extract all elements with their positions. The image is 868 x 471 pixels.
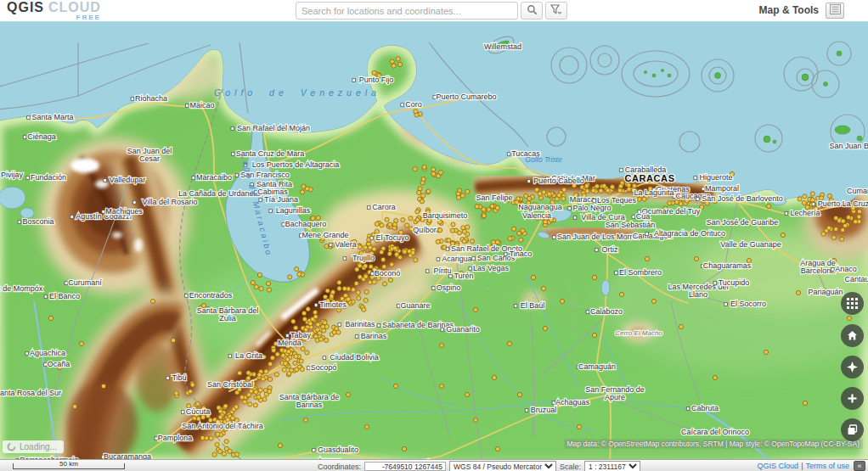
svg-text:Socopó: Socopó <box>311 363 337 372</box>
svg-text:Valledupar: Valledupar <box>110 176 145 184</box>
svg-text:Altagracia de Orituco: Altagracia de Orituco <box>654 229 725 238</box>
menu-button[interactable] <box>826 3 844 19</box>
zoom-in-button[interactable] <box>841 387 864 410</box>
svg-text:San Cristóbal: San Cristóbal <box>207 380 253 389</box>
svg-text:Cruz de Mompóx: Cruz de Mompóx <box>0 284 43 293</box>
svg-text:Puerto Cumarebo: Puerto Cumarebo <box>436 93 496 101</box>
svg-text:Tinaco: Tinaco <box>510 250 533 258</box>
svg-text:Los Teques: Los Teques <box>597 196 636 205</box>
search-bar <box>296 2 567 20</box>
terms-of-use-link[interactable]: Terms of use <box>805 462 849 470</box>
collapse-statusbar-button[interactable]: « <box>854 461 865 471</box>
qgis-cloud-logo[interactable]: QGISCLOUD FREE <box>7 1 101 24</box>
svg-text:El Socorro: El Socorro <box>730 300 766 308</box>
svg-text:San Juan de Los Morros: San Juan de Los Morros <box>557 233 641 241</box>
svg-text:Maicao: Maicao <box>189 101 214 109</box>
svg-text:Cerro El Macho: Cerro El Macho <box>615 329 662 337</box>
map-tools-label[interactable]: Map & Tools <box>759 4 819 16</box>
spinner-icon <box>7 442 16 451</box>
svg-text:Boconó: Boconó <box>375 269 401 278</box>
svg-text:Chaguaramas: Chaguaramas <box>703 261 752 270</box>
svg-text:Caícara del Orinoco: Caícara del Orinoco <box>681 428 749 436</box>
svg-text:San Juan Bautista: San Juan Bautista <box>829 142 868 150</box>
svg-text:Ospino: Ospino <box>437 283 461 292</box>
layers-icon <box>847 424 858 435</box>
loading-indicator: Loading... <box>3 440 64 453</box>
background-layers-button[interactable] <box>841 418 864 441</box>
svg-text:Bucaramanga: Bucaramanga <box>104 452 151 459</box>
svg-text:Golfo de Venezuela: Golfo de Venezuela <box>214 87 380 98</box>
collapse-icon: « <box>857 462 861 470</box>
svg-text:Fundación: Fundación <box>31 173 66 182</box>
scale-label: Scale: <box>560 463 581 471</box>
svg-text:Tía Juana: Tía Juana <box>264 195 298 204</box>
svg-text:San Sebastián: San Sebastián <box>606 221 656 229</box>
svg-text:El Banco: El Banco <box>49 292 80 300</box>
svg-text:Turén: Turén <box>454 272 473 280</box>
svg-text:San José de Guaribe: San José de Guaribe <box>707 218 779 227</box>
svg-text:Encontrados: Encontrados <box>189 291 233 300</box>
svg-text:Mérida: Mérida <box>278 339 302 347</box>
svg-text:Machiques: Machiques <box>105 207 143 216</box>
svg-text:Golfo Triste: Golfo Triste <box>525 155 562 164</box>
svg-text:Los Puertos de Altagracia: Los Puertos de Altagracia <box>252 160 340 169</box>
svg-text:Tucupido: Tucupido <box>719 278 750 287</box>
svg-text:Puerto Cabello: Puerto Cabello <box>533 177 584 185</box>
crs-select[interactable]: WGS 84 / Pseudo Mercator <box>449 461 556 471</box>
svg-text:Barquisimeto: Barquisimeto <box>423 211 468 220</box>
search-input[interactable] <box>296 2 518 20</box>
svg-text:Ocumare del Tuy: Ocumare del Tuy <box>642 207 701 216</box>
grid-icon <box>847 298 858 309</box>
svg-text:Anaco: Anaco <box>835 265 857 273</box>
qgis-cloud-link[interactable]: QGIS Cloud <box>758 462 799 470</box>
svg-text:Bosconia: Bosconia <box>22 217 54 226</box>
svg-text:Guanare: Guanare <box>400 301 430 310</box>
coordinates-input[interactable] <box>364 462 446 471</box>
search-button[interactable] <box>521 2 543 20</box>
svg-text:El Baúl: El Baúl <box>521 301 545 310</box>
svg-text:Acarigua: Acarigua <box>442 255 472 263</box>
coordinates-label: Coordinates: <box>318 463 361 471</box>
svg-text:Ortiz: Ortiz <box>602 245 618 254</box>
svg-text:El Sombrero: El Sombrero <box>619 268 662 277</box>
loading-label: Loading... <box>20 442 57 451</box>
svg-text:Coro: Coro <box>405 100 422 109</box>
svg-text:Caraballeda: Caraballeda <box>625 165 667 174</box>
svg-text:Pivijay: Pivijay <box>1 171 24 179</box>
svg-text:Pariaguán: Pariaguán <box>808 288 843 296</box>
svg-text:Valera: Valera <box>335 240 356 249</box>
status-bar: 50 km Coordinates: WGS 84 / Pseudo Merca… <box>0 459 868 471</box>
plus-icon <box>847 393 858 404</box>
svg-text:Cantaura: Cantaura <box>844 275 868 283</box>
svg-text:Achaguas: Achaguas <box>555 398 590 407</box>
svg-text:Maracaibo: Maracaibo <box>196 173 232 182</box>
svg-text:Bachaquero: Bachaquero <box>285 220 327 228</box>
top-toolbar: QGISCLOUD FREE Map & Tools <box>0 0 868 22</box>
overview-grid-button[interactable] <box>841 292 864 315</box>
svg-text:Puerto La Cruz: Puerto La Cruz <box>818 199 868 208</box>
home-button[interactable] <box>841 324 864 347</box>
svg-text:Las Vegas: Las Vegas <box>473 264 510 272</box>
svg-text:Cúcuta: Cúcuta <box>186 407 211 416</box>
svg-text:Píritu: Píritu <box>433 266 451 275</box>
geolocate-button[interactable] <box>841 356 864 378</box>
svg-text:Carora: Carora <box>372 203 396 211</box>
link-separator: | <box>801 462 803 470</box>
svg-text:Naguanagua: Naguanagua <box>518 203 562 211</box>
search-filter-button[interactable] <box>545 2 567 20</box>
scale-select[interactable]: 1 : 2311167 <box>584 461 640 471</box>
svg-text:San Felipe: San Felipe <box>476 193 512 202</box>
svg-text:San José de Barlovento: San José de Barlovento <box>702 194 783 203</box>
svg-text:Cabruta: Cabruta <box>691 404 719 412</box>
svg-text:CARACAS: CARACAS <box>624 173 674 183</box>
svg-text:Palo Negro: Palo Negro <box>572 204 611 212</box>
svg-text:Calabozo: Calabozo <box>590 307 623 316</box>
svg-text:Tibú: Tibú <box>172 373 186 382</box>
svg-text:Guanarito: Guanarito <box>446 325 480 334</box>
svg-text:Punto Fijo: Punto Fijo <box>359 76 394 84</box>
svg-text:La Lagunita: La Lagunita <box>634 188 674 197</box>
logo-qgis-text: QGIS <box>7 0 44 14</box>
svg-text:Ocaña: Ocaña <box>48 360 70 368</box>
geolocate-icon <box>847 362 858 373</box>
map-canvas[interactable]: Santa MartaRiohachaMaicaoCiénagaPivijayF… <box>0 21 868 459</box>
